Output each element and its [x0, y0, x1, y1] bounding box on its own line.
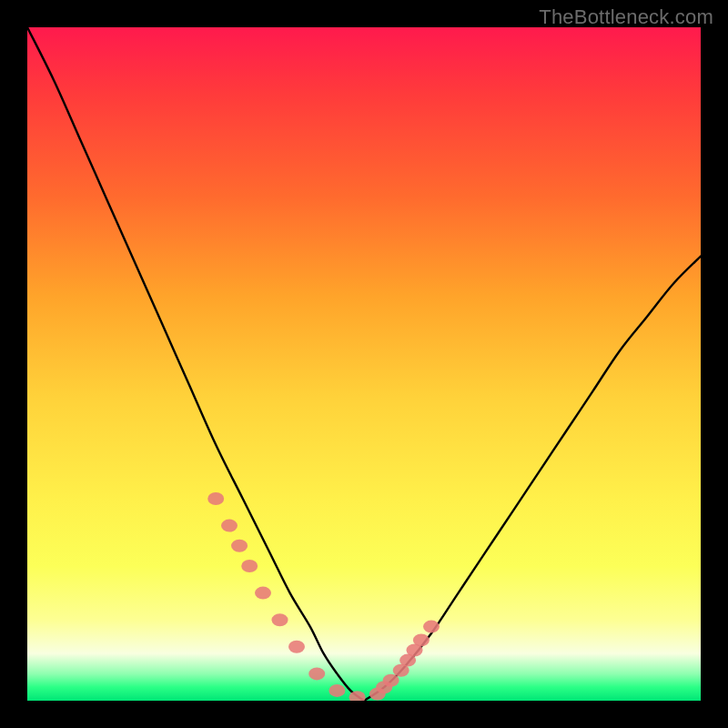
attribution-label: TheBottleneck.com	[539, 5, 713, 29]
marker-dot	[413, 633, 430, 646]
marker-dot	[423, 621, 440, 633]
marker-dot	[207, 492, 224, 505]
chart-svg	[27, 27, 701, 701]
right-curve	[364, 257, 701, 701]
plot-area	[27, 27, 701, 701]
chart-stage: TheBottleneck.com	[0, 0, 728, 728]
marker-dot	[231, 540, 248, 552]
marker-dot	[221, 520, 238, 532]
marker-dot	[329, 684, 345, 697]
marker-dot	[272, 613, 288, 626]
marker-dot	[288, 641, 305, 653]
marker-dot	[255, 587, 271, 600]
marker-dot	[308, 667, 325, 680]
marker-dot	[241, 560, 258, 572]
marker-dot	[383, 674, 399, 687]
marker-group	[207, 492, 440, 701]
left-curve	[27, 27, 364, 701]
